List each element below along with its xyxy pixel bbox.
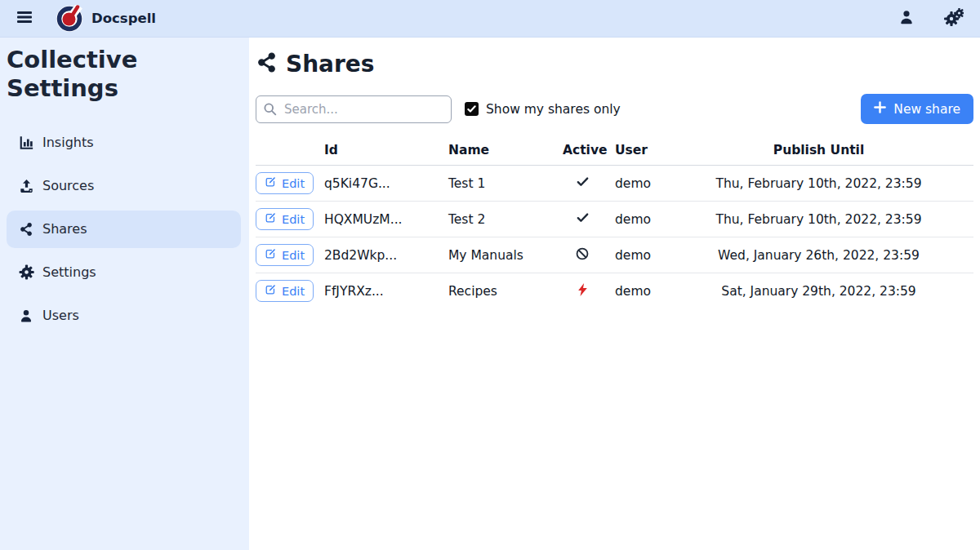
edit-button[interactable]: Edit (256, 244, 314, 266)
chart-bar-icon (18, 135, 34, 150)
col-publish-until: Publish Until (664, 139, 973, 166)
col-edit (256, 139, 319, 166)
share-user: demo (607, 202, 664, 237)
share-publish-until: Thu, February 10th, 2022, 23:59 (664, 202, 973, 237)
share-name: Test 1 (443, 166, 558, 202)
col-user: User (607, 139, 664, 166)
shares-table-body: Edit q5Ki47G... Test 1 demo Thu, Februar… (256, 166, 973, 309)
table-row: Edit 2Bd2Wkp... My Manuals demo Wed, Jan… (256, 237, 973, 273)
show-my-shares-checkbox[interactable]: Show my shares only (465, 102, 621, 117)
share-publish-until: Wed, January 26th, 2022, 23:59 (664, 237, 973, 273)
app-title: Docspell (91, 11, 156, 26)
pen-to-square-icon (265, 212, 276, 226)
share-publish-until: Thu, February 10th, 2022, 23:59 (664, 166, 973, 202)
search-icon (263, 102, 277, 119)
plus-icon (874, 101, 886, 117)
page-title: Shares (286, 51, 374, 78)
share-id: HQXMUzM... (319, 202, 443, 237)
share-id: 2Bd2Wkp... (319, 237, 443, 273)
sidebar-title: Collective Settings (7, 46, 241, 103)
share-nodes-icon (256, 51, 278, 77)
pen-to-square-icon (265, 176, 276, 190)
share-nodes-icon (18, 222, 34, 237)
gears-icon (944, 8, 964, 29)
table-row: Edit HQXMUzM... Test 2 demo Thu, Februar… (256, 202, 973, 237)
edit-button[interactable]: Edit (256, 208, 314, 230)
checkbox-label: Show my shares only (486, 102, 621, 117)
sidebar-item-users[interactable]: Users (7, 297, 241, 335)
docspell-logo-icon (56, 5, 83, 33)
col-id: Id (319, 139, 443, 166)
shares-table: Id Name Active User Publish Until Edit q… (256, 139, 973, 308)
gear-icon (18, 264, 34, 280)
sidebar: Collective Settings Insights Sources Sha… (0, 38, 249, 550)
hamburger-menu-button[interactable] (13, 6, 36, 31)
edit-button[interactable]: Edit (256, 280, 314, 302)
share-publish-until: Sat, January 29th, 2022, 23:59 (664, 273, 973, 309)
user-icon (898, 9, 915, 28)
check-icon (576, 213, 590, 228)
table-row: Edit q5Ki47G... Test 1 demo Thu, Februar… (256, 166, 973, 202)
sidebar-item-label: Insights (42, 135, 94, 150)
col-name: Name (443, 139, 558, 166)
edit-button[interactable]: Edit (256, 172, 314, 194)
main-content: Shares Show my shares only New shar (249, 38, 980, 550)
checkbox-checked-icon (465, 102, 479, 116)
pen-to-square-icon (265, 284, 276, 298)
sidebar-item-shares[interactable]: Shares (7, 211, 241, 248)
share-name: Test 2 (443, 202, 558, 237)
sidebar-item-settings[interactable]: Settings (7, 254, 241, 291)
share-id: q5Ki47G... (319, 166, 443, 202)
table-row: Edit FfJYRXz... Recipes demo Sat, Januar… (256, 273, 973, 309)
search-input[interactable] (256, 95, 452, 123)
col-active: Active (558, 139, 607, 166)
sidebar-item-insights[interactable]: Insights (7, 124, 241, 162)
table-header-row: Id Name Active User Publish Until (256, 139, 973, 166)
upload-icon (18, 179, 34, 193)
user-icon (18, 308, 34, 323)
share-user: demo (607, 237, 664, 273)
check-icon (576, 177, 590, 192)
share-user: demo (607, 166, 664, 202)
account-menu-button[interactable] (895, 6, 918, 31)
share-id: FfJYRXz... (319, 273, 443, 309)
sidebar-nav: Insights Sources Shares Settings (7, 124, 241, 335)
bars-icon (16, 9, 33, 28)
share-name: My Manuals (443, 237, 558, 273)
admin-settings-button[interactable] (941, 5, 967, 32)
share-name: Recipes (443, 273, 558, 309)
pen-to-square-icon (265, 248, 276, 262)
bolt-icon (577, 285, 588, 299)
sidebar-item-label: Sources (42, 178, 94, 193)
sidebar-item-label: Users (42, 308, 79, 323)
ban-icon (575, 250, 590, 264)
topbar: Docspell (0, 0, 980, 38)
sidebar-item-label: Shares (42, 221, 87, 237)
new-share-button[interactable]: New share (861, 94, 973, 124)
sidebar-item-sources[interactable]: Sources (7, 167, 241, 205)
sidebar-item-label: Settings (42, 264, 96, 280)
share-user: demo (607, 273, 664, 309)
